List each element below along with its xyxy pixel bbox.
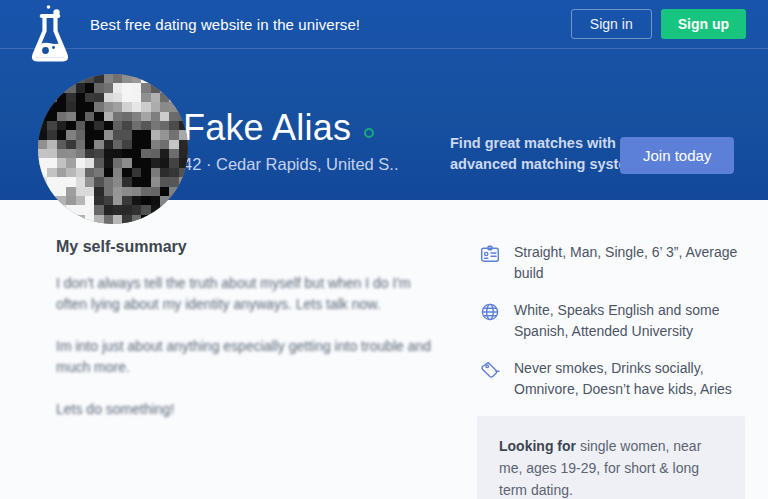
site-tagline: Best free dating website in the universe…: [90, 16, 571, 33]
detail-text-background: White, Speaks English and some Spanish, …: [514, 300, 744, 342]
join-today-button[interactable]: Join today: [620, 137, 734, 174]
detail-item-basics: Straight, Man, Single, 6’ 3”, Average bu…: [477, 242, 747, 284]
self-summary-section: My self-summary I don't always tell the …: [56, 238, 434, 420]
self-summary-text: I don't always tell the truth about myse…: [56, 273, 434, 420]
profile-header: Fake Alias 42 · Cedar Rapids, United S..: [183, 108, 399, 174]
profile-name: Fake Alias: [183, 108, 351, 148]
promo-line-2: advanced matching system!: [450, 154, 644, 175]
sign-up-button[interactable]: Sign up: [661, 9, 746, 39]
self-summary-heading: My self-summary: [56, 238, 434, 256]
hero-section: Best free dating website in the universe…: [0, 0, 768, 200]
globe-icon: [480, 302, 500, 322]
page: Best free dating website in the universe…: [0, 0, 768, 499]
looking-for-label: Looking for: [499, 438, 576, 454]
profile-avatar[interactable]: [38, 74, 188, 224]
promo-line-1: Find great matches with our: [450, 133, 644, 154]
sign-in-button[interactable]: Sign in: [571, 9, 652, 39]
online-indicator-icon: [364, 128, 374, 138]
looking-for-box: Looking for single women, near me, ages …: [477, 416, 745, 499]
detail-item-background: White, Speaks English and some Spanish, …: [477, 300, 747, 342]
detail-item-lifestyle: Never smokes, Drinks socially, Omnivore,…: [477, 358, 747, 400]
profile-content: My self-summary I don't always tell the …: [0, 200, 768, 499]
summary-paragraph: Im into just about anything especially g…: [56, 336, 434, 378]
promo-text: Find great matches with our advanced mat…: [450, 133, 644, 175]
tag-icon: [480, 360, 500, 380]
top-bar: Best free dating website in the universe…: [0, 0, 768, 49]
profile-details-section: Straight, Man, Single, 6’ 3”, Average bu…: [477, 242, 747, 499]
flask-logo-icon[interactable]: [28, 3, 72, 73]
summary-paragraph: I don't always tell the truth about myse…: [56, 273, 434, 315]
pixelated-profile-photo: [38, 74, 188, 224]
id-card-icon: [480, 244, 500, 264]
profile-age-location: 42 · Cedar Rapids, United S..: [183, 155, 399, 174]
detail-text-basics: Straight, Man, Single, 6’ 3”, Average bu…: [514, 242, 744, 284]
summary-paragraph: Lets do something!: [56, 399, 434, 420]
detail-text-lifestyle: Never smokes, Drinks socially, Omnivore,…: [514, 358, 744, 400]
